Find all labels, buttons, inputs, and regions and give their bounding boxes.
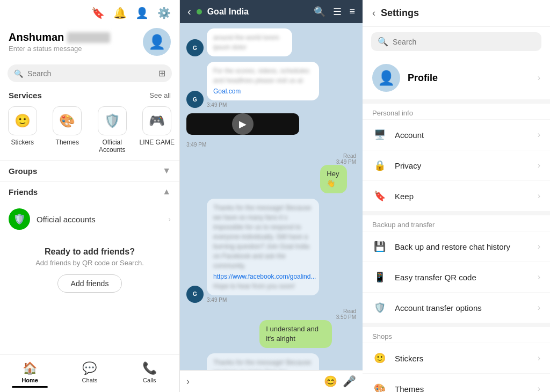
section-divider-3 (363, 323, 550, 327)
message-row-6: Read3:50 PM I understand and it's alrigh… (186, 308, 356, 348)
video-message[interactable]: ▶ (186, 113, 299, 135)
chat-more-icon[interactable]: ≡ (349, 6, 355, 18)
friend-item-official[interactable]: 🛡️ Official accounts › (0, 204, 179, 234)
account-label: Account (395, 130, 530, 140)
chat-messages: G around the world lorem ipsum dolor G F… (180, 23, 363, 370)
bell-icon[interactable]: 🔔 (113, 6, 127, 19)
home-icon: 🏠 (23, 361, 37, 375)
services-header: Services See all (0, 88, 179, 103)
emoji-button[interactable]: 😊 (324, 375, 337, 388)
message-row-5: G Thanks for the message! Because we hav… (186, 199, 356, 303)
nav-chats[interactable]: 💬 Chats (60, 359, 119, 390)
message-row-2: G For the scores, videos, schedules and … (186, 62, 356, 108)
message-text-2: For the scores, videos, schedules and he… (213, 66, 313, 85)
settings-row-qr[interactable]: 📱 Easy transfer QR code › (363, 262, 550, 292)
chat-menu-icon[interactable]: ☰ (333, 6, 342, 18)
settings-row-backup[interactable]: 💾 Back up and restore chat history › (363, 231, 550, 262)
chat-back-button[interactable]: ‹ (187, 5, 191, 18)
message-text-5b: Hope to hear from you soon! (213, 281, 295, 291)
home-label: Home (21, 377, 38, 383)
settings-row-themes[interactable]: 🎨 Themes › (363, 373, 550, 392)
nav-home[interactable]: 🏠 Home (0, 359, 60, 390)
settings-row-account[interactable]: 🖥️ Account › (363, 119, 550, 150)
contacts-icon[interactable]: 👤 (135, 6, 149, 19)
transfer-label: Account transfer options (395, 303, 530, 313)
friends-section[interactable]: Friends ▲ (0, 182, 179, 202)
backup-label: Backup and transfer (363, 215, 550, 231)
expand-icon[interactable]: › (186, 376, 190, 387)
privacy-label: Privacy (395, 161, 530, 170)
chat-header-icons: 🔍 ☰ ≡ (314, 6, 355, 18)
chat-header: ‹ Goal India 🔍 ☰ ≡ (180, 0, 363, 23)
avatar[interactable]: 👤 (143, 28, 171, 56)
name-blur (67, 32, 110, 43)
add-friends-button[interactable]: Add friends (57, 274, 122, 293)
profile-label: Profile (408, 72, 530, 84)
keep-icon: 🔖 (372, 188, 387, 204)
chats-label: Chats (82, 377, 98, 383)
official-label: OfficialAccounts (99, 139, 125, 154)
stickers-settings-label: Stickers (395, 354, 530, 363)
add-friends-subtitle: Add friends by QR code or Search. (9, 259, 171, 267)
service-linegame[interactable]: 🎮 LINE GAME (138, 106, 176, 154)
profile-chevron: › (538, 73, 540, 83)
services-grid: 🙂 Stickers 🎨 Themes 🛡️ OfficialAccounts … (0, 103, 179, 160)
section-divider-2 (363, 211, 550, 215)
message-time-5: 3:49 PM (207, 297, 356, 303)
message-link[interactable]: Goal.com (213, 87, 313, 96)
left-header: 🔖 🔔 👤 ⚙️ (0, 0, 179, 24)
chat-search-icon[interactable]: 🔍 (314, 6, 325, 18)
stickers-chevron: › (538, 353, 540, 363)
settings-row-keep[interactable]: 🔖 Keep › (363, 180, 550, 211)
themes-chevron: › (538, 384, 540, 392)
bookmark-icon[interactable]: 🔖 (91, 6, 105, 19)
groups-section[interactable]: Groups ▼ (0, 161, 179, 181)
right-panel: ‹ Settings 🔍 👤 Profile › Personal info 🖥… (363, 0, 550, 392)
message-text-1: around the world lorem ipsum dolor (213, 33, 286, 52)
account-icon: 🖥️ (372, 127, 387, 142)
themes-settings-icon: 🎨 (372, 381, 387, 392)
search-input[interactable] (27, 69, 154, 78)
friend-chevron: › (168, 215, 171, 223)
message-row-1: G around the world lorem ipsum dolor (186, 28, 356, 56)
sender-avatar-2: G (186, 91, 204, 108)
keep-chevron: › (538, 191, 540, 201)
settings-back-button[interactable]: ‹ (372, 8, 375, 19)
settings-search-icon: 🔍 (378, 37, 388, 47)
message-link-5[interactable]: https://www.facebook.com/goalind... (213, 272, 313, 281)
settings-search-input[interactable] (393, 38, 535, 46)
settings-content: 👤 Profile › Personal info 🖥️ Account › 🔒… (363, 56, 550, 392)
service-stickers[interactable]: 🙂 Stickers (4, 106, 41, 154)
settings-row-stickers[interactable]: 🙂 Stickers › (363, 343, 550, 373)
settings-row-privacy[interactable]: 🔒 Privacy › (363, 150, 550, 180)
friends-title: Friends (9, 187, 38, 197)
nav-calls[interactable]: 📞 Calls (120, 359, 179, 390)
search-bar[interactable]: 🔍 ⊞ (8, 64, 172, 82)
settings-row-transfer[interactable]: 🛡️ Account transfer options › (363, 292, 550, 323)
official-icon: 🛡️ (98, 106, 127, 135)
message-bubble-6: I understand and it's alright (259, 320, 332, 348)
stickers-label: Stickers (11, 139, 34, 146)
profile-row[interactable]: 👤 Profile › (363, 56, 550, 99)
gear-icon[interactable]: ⚙️ (157, 6, 171, 19)
privacy-icon: 🔒 (372, 158, 387, 173)
groups-title: Groups (9, 166, 37, 176)
message-time-2: 3:49 PM (207, 102, 356, 108)
service-official[interactable]: 🛡️ OfficialAccounts (93, 106, 131, 154)
service-themes[interactable]: 🎨 Themes (48, 106, 86, 154)
chat-title: Goal India (207, 7, 309, 17)
backup-row-label: Back up and restore chat history (395, 242, 530, 251)
video-time: 3:49 PM (186, 142, 356, 148)
settings-search[interactable]: 🔍 (371, 32, 541, 51)
qr-label: Easy transfer QR code (395, 273, 530, 282)
settings-header: ‹ Settings (363, 0, 550, 27)
see-all-link[interactable]: See all (149, 91, 171, 99)
message-text-5: Thanks for the message! Because we have … (213, 203, 313, 271)
play-button[interactable]: ▶ (232, 113, 254, 135)
user-row: Anshuman Enter a status message 👤 (0, 24, 179, 62)
scan-icon[interactable]: ⊞ (158, 68, 165, 78)
mic-button[interactable]: 🎤 (343, 375, 356, 388)
qr-icon: 📱 (372, 270, 387, 285)
themes-icon: 🎨 (53, 106, 82, 135)
chat-input[interactable] (195, 377, 319, 386)
